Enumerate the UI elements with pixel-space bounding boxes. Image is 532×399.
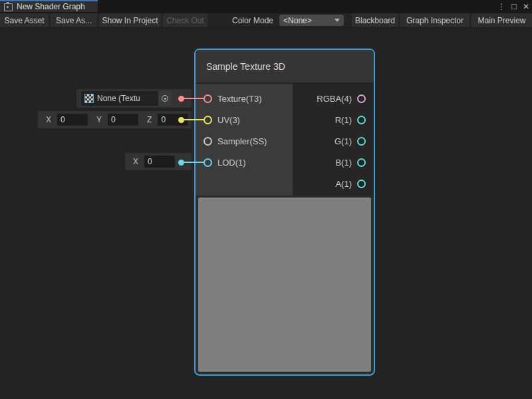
port-label: LOD(1) [217, 158, 246, 168]
lod-wire [183, 162, 205, 163]
uv-vector3-widget: X 0 Y 0 Z 0 [38, 111, 192, 128]
panel-toggle-group: Blackboard Graph Inspector Main Preview [352, 13, 532, 27]
axis-label-z: Z [147, 115, 152, 124]
port-row-lod: LOD(1) [196, 152, 293, 173]
graph-inspector-button[interactable]: Graph Inspector [400, 13, 469, 27]
shader-graph-window: New Shader Graph ⋮ □ ✕ Save Asset Save A… [0, 0, 532, 399]
toolbar: Save Asset Save As... Show In Project Ch… [0, 13, 532, 28]
color-mode-label: Color Mode [232, 13, 273, 27]
port-row-sampler: Sampler(SS) [196, 130, 293, 152]
color-mode-dropdown[interactable]: <None> [279, 15, 344, 26]
port-row-uv: UV(3) [196, 109, 293, 130]
port-row-rgba: RGBA(4) [293, 88, 374, 109]
axis-label-x: X [46, 115, 51, 124]
texture-wire [183, 98, 205, 99]
chevron-down-icon [334, 19, 340, 22]
lod-x-field[interactable]: 0 [144, 156, 175, 168]
uv-wire [183, 119, 205, 120]
kebab-menu-icon[interactable]: ⋮ [497, 0, 505, 13]
sample-texture-3d-node[interactable]: Sample Texture 3D Texture(T3) UV(3) Samp… [194, 49, 375, 376]
port-row-b: B(1) [293, 152, 374, 173]
maximize-icon[interactable]: □ [511, 0, 517, 13]
port-label: R(1) [335, 115, 352, 125]
window-controls: ⋮ □ ✕ [497, 0, 529, 13]
port-row-r: R(1) [293, 109, 374, 130]
main-preview-button[interactable]: Main Preview [471, 13, 532, 27]
g-output-port[interactable] [357, 137, 366, 146]
close-icon[interactable]: ✕ [523, 0, 529, 13]
r-output-port[interactable] [357, 116, 366, 124]
texture3d-icon [84, 94, 94, 103]
port-row-g: G(1) [293, 130, 374, 152]
shader-graph-icon [4, 3, 13, 11]
save-asset-button[interactable]: Save Asset [0, 13, 49, 27]
node-ports: Texture(T3) UV(3) Sampler(SS) LOD(1) RGB… [196, 84, 374, 196]
check-out-button: Check Out [163, 13, 207, 27]
show-in-project-button[interactable]: Show In Project [99, 13, 161, 27]
uv-x-field[interactable]: 0 [57, 114, 88, 126]
node-title: Sample Texture 3D [206, 61, 285, 72]
node-preview [198, 198, 371, 372]
texture-object-field[interactable]: None (Textu [81, 91, 172, 106]
port-row-texture: Texture(T3) [196, 88, 293, 109]
port-label: A(1) [335, 179, 352, 189]
port-label: RGBA(4) [317, 94, 352, 104]
save-as-button[interactable]: Save As... [51, 13, 97, 27]
sampler-input-port[interactable] [203, 137, 212, 146]
tab-bar: New Shader Graph ⋮ □ ✕ [0, 0, 532, 13]
port-label: UV(3) [217, 115, 240, 125]
blackboard-button[interactable]: Blackboard [352, 13, 398, 27]
rgba-output-port[interactable] [357, 94, 366, 103]
a-output-port[interactable] [357, 180, 366, 188]
color-mode-value: <None> [283, 16, 312, 25]
object-picker-button[interactable] [158, 91, 172, 106]
port-label: Sampler(SS) [217, 136, 267, 146]
texture-field-value: None (Textu [97, 94, 158, 103]
axis-label-x: X [133, 157, 138, 166]
axis-label-y: Y [96, 115, 102, 124]
uv-y-field[interactable]: 0 [108, 114, 138, 126]
tab-title: New Shader Graph [17, 2, 85, 11]
port-label: B(1) [335, 158, 352, 168]
object-picker-icon [162, 95, 168, 102]
port-row-a: A(1) [293, 173, 374, 194]
port-label: G(1) [334, 136, 352, 146]
b-output-port[interactable] [357, 158, 366, 167]
port-label: Texture(T3) [217, 94, 261, 104]
output-ports-column: RGBA(4) R(1) G(1) B(1) A(1) [293, 84, 374, 196]
input-ports-column: Texture(T3) UV(3) Sampler(SS) LOD(1) [196, 84, 293, 196]
tab-new-shader-graph[interactable]: New Shader Graph [0, 0, 98, 12]
node-header[interactable]: Sample Texture 3D [196, 50, 374, 84]
